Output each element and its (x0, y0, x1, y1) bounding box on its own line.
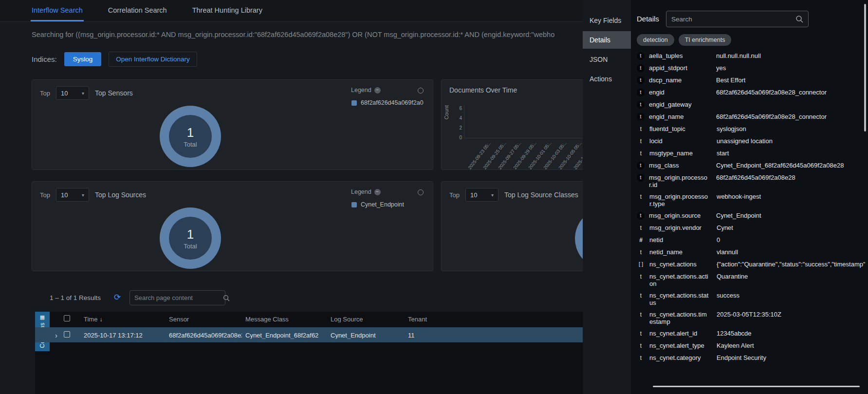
top-count-select[interactable]: 10 ▾ (56, 86, 89, 100)
field-row[interactable]: t engid_gateway (637, 98, 865, 111)
column-header-log-source[interactable]: Log Source (331, 316, 404, 323)
field-name: dscp_name (649, 76, 708, 84)
legend-item[interactable]: 68f2af626d45a069f2a0 (351, 99, 424, 106)
legend-item[interactable]: Cynet_Endpoint (351, 201, 404, 208)
field-value: Cynet (717, 224, 865, 231)
filter-chip[interactable]: detection (637, 34, 674, 46)
top-count-value: 10 (470, 191, 477, 199)
row-tenant: 11 (408, 331, 415, 338)
filter-chip[interactable]: TI enrichments (679, 34, 732, 46)
field-type-icon: t (637, 354, 645, 362)
indices-label: Indices: (32, 55, 57, 63)
select-all-checkbox[interactable] (64, 315, 70, 321)
field-row[interactable]: t msgtype_name start (637, 147, 865, 159)
top-count-select[interactable]: 10 ▾ (465, 188, 499, 202)
syslog-index-button[interactable]: Syslog (64, 52, 102, 66)
legend-collapse-icon[interactable]: − (374, 189, 381, 195)
indices-row: Indices: Syslog Open Interflow Dictionar… (32, 52, 197, 67)
chevron-down-icon: ▾ (82, 91, 84, 96)
field-row[interactable]: # netid 0 (637, 234, 865, 246)
field-row[interactable]: t dscp_name Best Effort (637, 74, 865, 86)
field-row[interactable]: t ns_cynet.actions.action Quarantine (637, 270, 865, 289)
vertical-scrollbar[interactable] (864, 4, 866, 131)
legend-toggle-icon[interactable] (418, 88, 424, 94)
column-header-tenant[interactable]: Tenant (408, 316, 427, 323)
field-name: appid_stdport (649, 64, 708, 72)
field-value: Quarantine (717, 273, 865, 280)
field-value: webhook-ingest (717, 193, 865, 200)
field-type-icon: t (637, 89, 645, 96)
field-row[interactable]: t ns_cynet.category Endpoint Security (637, 352, 865, 364)
field-row[interactable]: t msg_origin.vendor Cynet (637, 222, 865, 234)
field-value: success (717, 292, 865, 299)
nav-tab[interactable]: Interflow Search (31, 0, 84, 21)
field-type-icon: t (637, 273, 645, 281)
field-type-icon: t (637, 150, 645, 157)
field-row[interactable]: t ns_cynet.alert_type Kayleen Alert (637, 339, 865, 352)
refresh-icon[interactable]: ⟳ (114, 292, 121, 302)
field-row[interactable]: [ ] ns_cynet.actions {"action":"Quaranti… (637, 258, 865, 270)
field-row[interactable]: t aella_tuples null.null.null.null (637, 50, 865, 62)
details-panel-tab[interactable]: JSON (583, 51, 631, 68)
top-sensors-donut-chart[interactable]: 1 Total (160, 106, 221, 167)
column-header-sensor[interactable]: Sensor (169, 316, 242, 323)
field-type-icon: t (637, 101, 645, 109)
top-label: Top (449, 191, 460, 199)
field-row[interactable]: t ns_cynet.actions.timestamp 2025-03-05T… (637, 308, 865, 327)
field-value: start (717, 150, 865, 157)
top-log-sources-donut-chart[interactable]: 1 Total (160, 207, 221, 269)
field-row[interactable]: t msg_origin.processor.type webhook-inge… (637, 190, 865, 209)
field-row[interactable]: t fluentd_topic syslogjson (637, 123, 865, 135)
field-type-icon: t (637, 113, 645, 121)
nav-tab[interactable]: Threat Hunting Library (191, 0, 263, 21)
details-panel-tab[interactable]: Details (583, 31, 631, 49)
field-row[interactable]: t msg_origin.source Cynet_Endpoint (637, 209, 865, 222)
horizontal-scrollbar[interactable] (653, 386, 860, 387)
legend-label: Legend (351, 188, 371, 195)
field-value: Endpoint Security (717, 354, 865, 361)
field-row[interactable]: t msg_class Cynet_Endpoint_68f2af626d45a… (637, 159, 865, 171)
donut-total-value: 1 (187, 227, 194, 242)
column-header-time[interactable]: Time↓ (84, 316, 102, 323)
field-row[interactable]: t locid unassigned location (637, 135, 865, 147)
field-row[interactable]: t appid_stdport yes (637, 62, 865, 74)
details-panel-tab[interactable]: Key Fields (583, 12, 631, 29)
field-row[interactable]: t ns_cynet.actions.status success (637, 289, 865, 308)
legend-swatch (351, 100, 357, 106)
donut-total-label: Total (184, 243, 197, 250)
field-row[interactable]: t engid_name 68f2af626d45a069f2a08e28_co… (637, 111, 865, 123)
open-interflow-dictionary-button[interactable]: Open Interflow Dictionary (109, 52, 197, 67)
search-icon (795, 15, 803, 23)
field-row[interactable]: t netid_name vlannull (637, 246, 865, 258)
top-count-select[interactable]: 10 ▾ (56, 188, 89, 202)
field-type-icon: t (637, 174, 645, 182)
panel-title: Documents Over Time (449, 86, 517, 94)
field-type-icon: t (637, 342, 645, 350)
expand-row-icon[interactable]: › (55, 331, 57, 339)
field-row[interactable]: t engid 68f2af626d45a069f2a08e28_connect… (637, 86, 865, 98)
field-type-icon: t (637, 193, 645, 201)
legend-collapse-icon[interactable]: − (374, 87, 381, 94)
row-checkbox[interactable] (64, 331, 70, 338)
field-row[interactable]: t ns_cynet.alert_id 12345abcde (637, 327, 865, 339)
field-name: aella_tuples (649, 52, 708, 59)
top-count-value: 10 (61, 191, 68, 199)
nav-tab[interactable]: Correlation Search (107, 0, 168, 21)
column-header-message-class[interactable]: Message Class (245, 316, 318, 323)
details-tab-column: Key Fields Details JSON Actions (583, 0, 631, 394)
field-value: yes (716, 64, 865, 72)
details-search-input[interactable] (671, 16, 795, 23)
field-value: 12345abcde (717, 330, 865, 337)
field-name: ns_cynet.alert_type (649, 342, 709, 349)
legend-toggle-icon[interactable] (418, 189, 424, 195)
field-name: engid (649, 89, 708, 96)
field-name: msgtype_name (649, 150, 709, 157)
field-type-icon: t (637, 76, 645, 84)
field-value: unassigned location (717, 137, 865, 145)
details-panel-tab[interactable]: Actions (583, 70, 631, 88)
legend-item-label: 68f2af626d45a069f2a0 (361, 99, 424, 106)
field-type-icon: # (637, 236, 645, 244)
y-axis-label: Count (443, 105, 449, 119)
page-search-input[interactable] (134, 294, 220, 301)
field-row[interactable]: t msg_origin.processor.id 68f2af626d45a0… (637, 171, 865, 190)
